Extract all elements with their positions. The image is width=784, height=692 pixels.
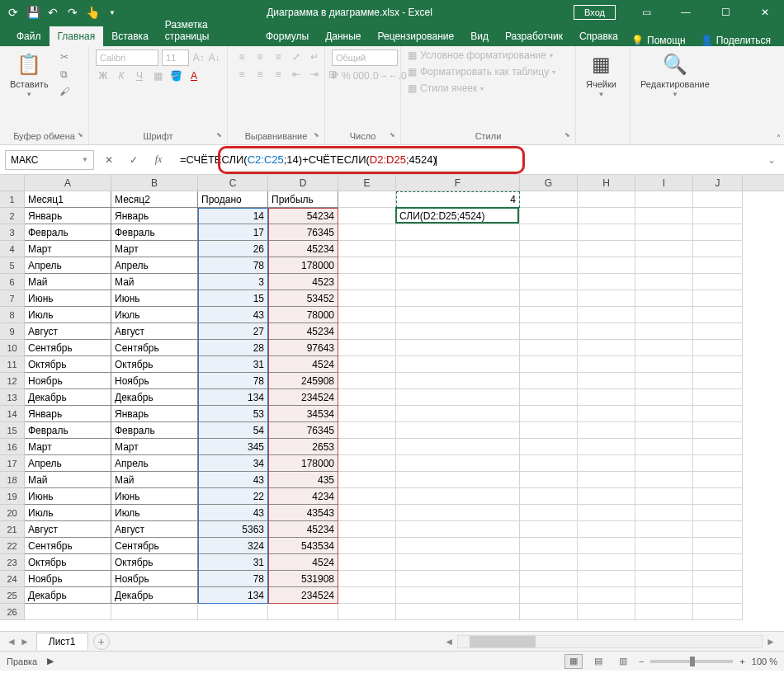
cell[interactable] <box>635 290 693 307</box>
cell[interactable] <box>338 290 396 307</box>
align-left-icon[interactable]: ≡ <box>234 67 249 82</box>
cell[interactable]: 43 <box>198 307 268 323</box>
cell[interactable]: Июнь <box>25 488 111 505</box>
cell[interactable]: Октябрь <box>111 356 198 373</box>
cell[interactable]: Месяц1 <box>25 191 111 208</box>
zoom-out-button[interactable]: − <box>639 657 644 666</box>
cell[interactable] <box>338 505 396 521</box>
cell[interactable] <box>338 587 396 604</box>
cell[interactable]: 27 <box>198 323 268 340</box>
cell[interactable]: Май <box>25 274 111 290</box>
cell[interactable] <box>396 488 520 505</box>
tell-me-button[interactable]: 💡Помощн <box>626 35 691 46</box>
cell[interactable]: 76345 <box>268 422 338 439</box>
cell[interactable] <box>635 554 693 571</box>
cell[interactable] <box>578 571 635 587</box>
cell[interactable] <box>693 241 743 257</box>
cell[interactable] <box>520 373 578 389</box>
cell[interactable] <box>635 472 693 488</box>
cell[interactable]: 245908 <box>268 373 338 389</box>
qat-dropdown-icon[interactable]: ▼ <box>106 6 119 19</box>
cell[interactable]: 43 <box>198 472 268 488</box>
col-header[interactable]: B <box>111 175 198 191</box>
cell[interactable]: Март <box>25 241 111 257</box>
cell[interactable] <box>396 356 520 373</box>
cell[interactable] <box>578 538 635 554</box>
cell[interactable] <box>396 472 520 488</box>
cell[interactable] <box>396 274 520 290</box>
cell[interactable] <box>635 422 693 439</box>
cell[interactable] <box>578 373 635 389</box>
cell[interactable]: Апрель <box>111 455 198 472</box>
cell[interactable]: 3 <box>198 274 268 290</box>
cell[interactable] <box>338 241 396 257</box>
italic-icon[interactable]: К <box>114 68 129 83</box>
cell[interactable] <box>635 406 693 422</box>
cell[interactable]: 78 <box>198 257 268 274</box>
tab-developer[interactable]: Разработчик <box>497 26 571 46</box>
row-header[interactable]: 23 <box>0 554 25 571</box>
cell[interactable] <box>635 340 693 356</box>
row-header[interactable]: 1 <box>0 191 25 208</box>
cell[interactable] <box>693 257 743 274</box>
cell[interactable] <box>396 389 520 406</box>
cell[interactable]: 26 <box>198 241 268 257</box>
cell[interactable]: Август <box>25 323 111 340</box>
inc-decimal-icon[interactable]: .0→ <box>372 68 387 83</box>
cell[interactable] <box>111 604 198 620</box>
cell[interactable] <box>338 472 396 488</box>
cell[interactable]: Май <box>111 472 198 488</box>
cell[interactable] <box>578 422 635 439</box>
comma-icon[interactable]: 000 <box>354 68 369 83</box>
scroll-left-icon[interactable]: ◄ <box>441 636 457 647</box>
col-header[interactable]: E <box>338 175 396 191</box>
cell[interactable] <box>338 604 396 620</box>
cell[interactable]: Апрель <box>25 455 111 472</box>
cell[interactable]: 54 <box>198 422 268 439</box>
cell[interactable] <box>25 604 111 620</box>
cell[interactable]: Май <box>25 472 111 488</box>
row-header[interactable]: 10 <box>0 340 25 356</box>
cell[interactable]: 234524 <box>268 587 338 604</box>
col-header[interactable]: C <box>198 175 268 191</box>
cell[interactable]: 134 <box>198 389 268 406</box>
cell[interactable] <box>338 224 396 241</box>
cell[interactable]: 78000 <box>268 307 338 323</box>
cell[interactable] <box>578 356 635 373</box>
add-sheet-button[interactable]: + <box>93 633 110 650</box>
minimize-button[interactable]: — <box>667 0 705 25</box>
cell[interactable] <box>396 241 520 257</box>
touch-mode-icon[interactable]: 👆 <box>86 6 99 19</box>
font-name-combo[interactable]: Calibri <box>96 49 158 66</box>
cell[interactable] <box>578 521 635 538</box>
cell[interactable] <box>693 505 743 521</box>
cell[interactable]: 134 <box>198 587 268 604</box>
cell[interactable] <box>693 290 743 307</box>
cell[interactable]: 15 <box>198 290 268 307</box>
cell[interactable] <box>520 356 578 373</box>
cell[interactable]: Декабрь <box>25 587 111 604</box>
cell[interactable] <box>520 521 578 538</box>
cell[interactable] <box>693 587 743 604</box>
cell[interactable]: Прибыль <box>268 191 338 208</box>
cell[interactable] <box>635 224 693 241</box>
cell[interactable] <box>520 439 578 455</box>
close-button[interactable]: ✕ <box>746 0 784 25</box>
cell[interactable] <box>338 406 396 422</box>
row-header[interactable]: 2 <box>0 208 25 224</box>
cell[interactable]: 34 <box>198 455 268 472</box>
col-header[interactable]: F <box>396 175 520 191</box>
cell[interactable]: Июнь <box>111 290 198 307</box>
cell[interactable] <box>338 257 396 274</box>
cell[interactable] <box>338 340 396 356</box>
cell[interactable] <box>693 472 743 488</box>
cell[interactable]: 34534 <box>268 406 338 422</box>
cell[interactable]: Ноябрь <box>111 571 198 587</box>
tab-review[interactable]: Рецензирование <box>370 26 463 46</box>
cell[interactable] <box>338 373 396 389</box>
cell[interactable] <box>396 521 520 538</box>
row-header[interactable]: 5 <box>0 257 25 274</box>
worksheet-grid[interactable]: A B C D E F G H I J 1Месяц1Месяц2Продано… <box>0 175 784 631</box>
row-header[interactable]: 22 <box>0 538 25 554</box>
tab-formulas[interactable]: Формулы <box>257 26 317 46</box>
